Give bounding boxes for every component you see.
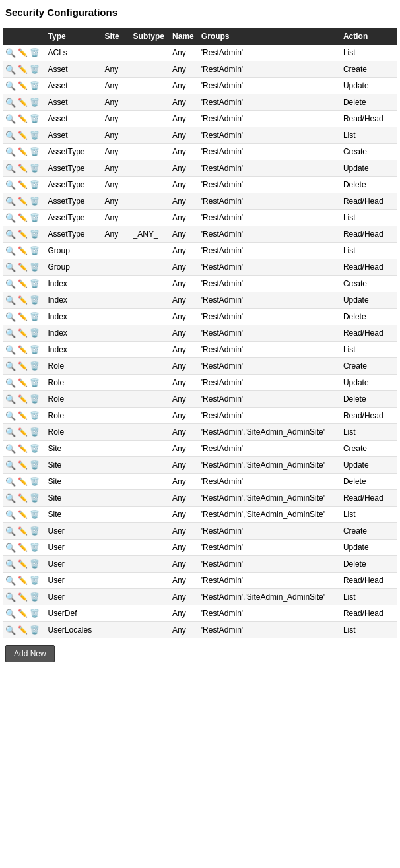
delete-icon[interactable]: 🗑️	[29, 377, 40, 388]
view-icon[interactable]: 🔍	[5, 97, 16, 108]
edit-icon[interactable]: ✏️	[17, 245, 28, 256]
edit-icon[interactable]: ✏️	[17, 97, 28, 108]
delete-icon[interactable]: 🗑️	[29, 361, 40, 371]
edit-icon[interactable]: ✏️	[17, 196, 28, 206]
edit-icon[interactable]: ✏️	[17, 344, 28, 355]
edit-icon[interactable]: ✏️	[17, 394, 28, 404]
edit-icon[interactable]: ✏️	[17, 476, 28, 487]
edit-icon[interactable]: ✏️	[17, 47, 28, 58]
edit-icon[interactable]: ✏️	[17, 262, 28, 272]
edit-icon[interactable]: ✏️	[17, 443, 28, 454]
edit-icon[interactable]: ✏️	[17, 542, 28, 553]
edit-icon[interactable]: ✏️	[17, 592, 28, 602]
delete-icon[interactable]: 🗑️	[29, 146, 40, 157]
edit-icon[interactable]: ✏️	[17, 460, 28, 470]
delete-icon[interactable]: 🗑️	[29, 97, 40, 108]
delete-icon[interactable]: 🗑️	[29, 163, 40, 173]
delete-icon[interactable]: 🗑️	[29, 542, 40, 553]
view-icon[interactable]: 🔍	[5, 47, 16, 58]
delete-icon[interactable]: 🗑️	[29, 130, 40, 140]
edit-icon[interactable]: ✏️	[17, 212, 28, 223]
edit-icon[interactable]: ✏️	[17, 130, 28, 140]
delete-icon[interactable]: 🗑️	[29, 460, 40, 470]
delete-icon[interactable]: 🗑️	[29, 245, 40, 256]
view-icon[interactable]: 🔍	[5, 146, 16, 157]
view-icon[interactable]: 🔍	[5, 559, 16, 569]
view-icon[interactable]: 🔍	[5, 427, 16, 437]
view-icon[interactable]: 🔍	[5, 575, 16, 586]
view-icon[interactable]: 🔍	[5, 328, 16, 338]
view-icon[interactable]: 🔍	[5, 196, 16, 206]
view-icon[interactable]: 🔍	[5, 509, 16, 520]
view-icon[interactable]: 🔍	[5, 410, 16, 421]
edit-icon[interactable]: ✏️	[17, 509, 28, 520]
delete-icon[interactable]: 🗑️	[29, 344, 40, 355]
edit-icon[interactable]: ✏️	[17, 526, 28, 536]
view-icon[interactable]: 🔍	[5, 311, 16, 322]
view-icon[interactable]: 🔍	[5, 460, 16, 470]
view-icon[interactable]: 🔍	[5, 278, 16, 289]
view-icon[interactable]: 🔍	[5, 526, 16, 536]
view-icon[interactable]: 🔍	[5, 592, 16, 602]
delete-icon[interactable]: 🗑️	[29, 509, 40, 520]
view-icon[interactable]: 🔍	[5, 625, 16, 635]
edit-icon[interactable]: ✏️	[17, 608, 28, 619]
view-icon[interactable]: 🔍	[5, 295, 16, 305]
delete-icon[interactable]: 🗑️	[29, 113, 40, 124]
view-icon[interactable]: 🔍	[5, 130, 16, 140]
edit-icon[interactable]: ✏️	[17, 410, 28, 421]
view-icon[interactable]: 🔍	[5, 443, 16, 454]
delete-icon[interactable]: 🗑️	[29, 592, 40, 602]
delete-icon[interactable]: 🗑️	[29, 262, 40, 272]
view-icon[interactable]: 🔍	[5, 394, 16, 404]
delete-icon[interactable]: 🗑️	[29, 295, 40, 305]
view-icon[interactable]: 🔍	[5, 212, 16, 223]
edit-icon[interactable]: ✏️	[17, 625, 28, 635]
edit-icon[interactable]: ✏️	[17, 377, 28, 388]
view-icon[interactable]: 🔍	[5, 344, 16, 355]
edit-icon[interactable]: ✏️	[17, 80, 28, 91]
edit-icon[interactable]: ✏️	[17, 278, 28, 289]
edit-icon[interactable]: ✏️	[17, 361, 28, 371]
delete-icon[interactable]: 🗑️	[29, 559, 40, 569]
delete-icon[interactable]: 🗑️	[29, 427, 40, 437]
edit-icon[interactable]: ✏️	[17, 328, 28, 338]
view-icon[interactable]: 🔍	[5, 542, 16, 553]
edit-icon[interactable]: ✏️	[17, 179, 28, 190]
delete-icon[interactable]: 🗑️	[29, 212, 40, 223]
view-icon[interactable]: 🔍	[5, 476, 16, 487]
delete-icon[interactable]: 🗑️	[29, 625, 40, 635]
view-icon[interactable]: 🔍	[5, 229, 16, 239]
delete-icon[interactable]: 🗑️	[29, 328, 40, 338]
view-icon[interactable]: 🔍	[5, 493, 16, 503]
edit-icon[interactable]: ✏️	[17, 146, 28, 157]
delete-icon[interactable]: 🗑️	[29, 229, 40, 239]
edit-icon[interactable]: ✏️	[17, 575, 28, 586]
view-icon[interactable]: 🔍	[5, 608, 16, 619]
view-icon[interactable]: 🔍	[5, 163, 16, 173]
edit-icon[interactable]: ✏️	[17, 64, 28, 75]
delete-icon[interactable]: 🗑️	[29, 80, 40, 91]
delete-icon[interactable]: 🗑️	[29, 443, 40, 454]
view-icon[interactable]: 🔍	[5, 80, 16, 91]
edit-icon[interactable]: ✏️	[17, 229, 28, 239]
view-icon[interactable]: 🔍	[5, 262, 16, 272]
delete-icon[interactable]: 🗑️	[29, 311, 40, 322]
delete-icon[interactable]: 🗑️	[29, 47, 40, 58]
delete-icon[interactable]: 🗑️	[29, 526, 40, 536]
edit-icon[interactable]: ✏️	[17, 295, 28, 305]
delete-icon[interactable]: 🗑️	[29, 575, 40, 586]
delete-icon[interactable]: 🗑️	[29, 410, 40, 421]
edit-icon[interactable]: ✏️	[17, 113, 28, 124]
view-icon[interactable]: 🔍	[5, 113, 16, 124]
view-icon[interactable]: 🔍	[5, 245, 16, 256]
view-icon[interactable]: 🔍	[5, 361, 16, 371]
view-icon[interactable]: 🔍	[5, 64, 16, 75]
view-icon[interactable]: 🔍	[5, 377, 16, 388]
delete-icon[interactable]: 🗑️	[29, 179, 40, 190]
view-icon[interactable]: 🔍	[5, 179, 16, 190]
add-new-button[interactable]: Add New	[5, 645, 55, 662]
edit-icon[interactable]: ✏️	[17, 493, 28, 503]
edit-icon[interactable]: ✏️	[17, 311, 28, 322]
edit-icon[interactable]: ✏️	[17, 559, 28, 569]
